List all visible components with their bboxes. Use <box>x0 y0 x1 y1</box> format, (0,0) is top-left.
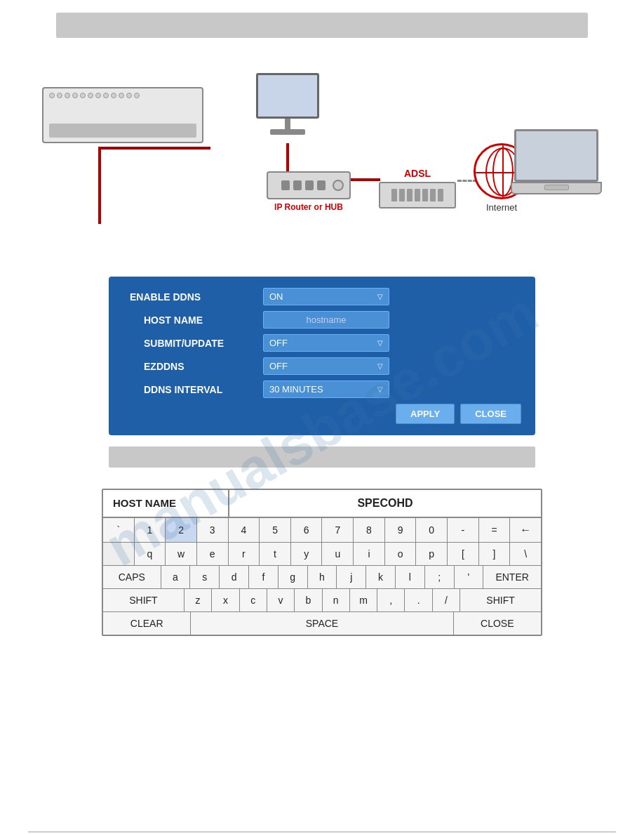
key-o[interactable]: o <box>385 543 417 565</box>
adsl-label: ADSL <box>379 168 456 179</box>
dvr-dot <box>49 93 55 98</box>
adsl-slot <box>391 189 397 201</box>
dropdown-arrow-icon: ▽ <box>377 339 383 347</box>
key-j[interactable]: j <box>337 566 366 588</box>
router-port <box>293 180 302 190</box>
key-caps[interactable]: CAPS <box>103 566 161 588</box>
adsl-modem: ADSL <box>379 168 456 208</box>
key-keyboard-close[interactable]: CLOSE <box>454 612 541 635</box>
key-b[interactable]: b <box>295 589 322 611</box>
submit-update-select[interactable]: OFF ▽ <box>263 334 389 352</box>
key-shift-left[interactable]: SHIFT <box>103 589 185 611</box>
ezddns-select[interactable]: OFF ▽ <box>263 357 389 375</box>
dropdown-arrow-icon: ▽ <box>377 385 383 393</box>
apply-button[interactable]: APPLY <box>396 404 455 424</box>
laptop-icon <box>511 129 602 194</box>
ddns-interval-control: 30 MINUTES ▽ <box>263 380 521 398</box>
key-6[interactable]: 6 <box>291 518 323 542</box>
key-z[interactable]: z <box>185 589 212 611</box>
dvr-top-row <box>49 93 196 98</box>
ddns-submit-row: SUBMIT/UPDATE OFF ▽ <box>123 334 521 352</box>
key-q[interactable]: q <box>135 543 166 565</box>
key-enter[interactable]: ENTER <box>483 566 541 588</box>
key-row-2: q w e r t y u i o p [ ] \ <box>103 543 541 566</box>
key-n[interactable]: n <box>323 589 350 611</box>
key-space[interactable]: SPACE <box>191 612 453 635</box>
key-backslash[interactable]: \ <box>510 543 541 565</box>
key-f[interactable]: f <box>249 566 279 588</box>
ddns-hostname-row: HOST NAME hostname <box>123 311 521 329</box>
enable-ddns-select[interactable]: ON ▽ <box>263 288 389 305</box>
key-row-4: SHIFT z x c v b n m , . / SHIFT <box>103 589 541 612</box>
host-name-control: hostname <box>263 311 521 329</box>
key-w[interactable]: w <box>166 543 197 565</box>
key-d[interactable]: d <box>220 566 249 588</box>
ezddns-control: OFF ▽ <box>263 357 521 375</box>
key-v[interactable]: v <box>267 589 295 611</box>
ddns-interval-select[interactable]: 30 MINUTES ▽ <box>263 380 389 398</box>
key-4[interactable]: 4 <box>229 518 260 542</box>
key-quote[interactable]: ' <box>455 566 484 588</box>
key-2[interactable]: 2 <box>166 518 197 542</box>
key-m[interactable]: m <box>350 589 377 611</box>
laptop-base <box>511 182 602 194</box>
key-y[interactable]: y <box>291 543 323 565</box>
dvr-dot <box>134 93 140 98</box>
hostname-value: SPECOHD <box>229 490 541 517</box>
key-minus[interactable]: - <box>448 518 479 542</box>
router-port <box>305 180 314 190</box>
ddns-interval-row: DDNS INTERVAL 30 MINUTES ▽ <box>123 380 521 398</box>
key-0[interactable]: 0 <box>416 518 448 542</box>
key-h[interactable]: h <box>308 566 337 588</box>
key-9[interactable]: 9 <box>385 518 417 542</box>
key-c[interactable]: c <box>240 589 267 611</box>
dvr-dot <box>119 93 124 98</box>
adsl-slot <box>399 189 405 201</box>
close-button[interactable]: CLOSE <box>460 404 521 424</box>
key-equals[interactable]: = <box>479 518 511 542</box>
key-r[interactable]: r <box>229 543 260 565</box>
key-x[interactable]: x <box>212 589 239 611</box>
key-open-bracket[interactable]: [ <box>448 543 479 565</box>
host-name-input[interactable]: hostname <box>263 311 389 329</box>
adsl-slot <box>438 189 443 201</box>
key-period[interactable]: . <box>405 589 432 611</box>
dvr-body <box>42 87 203 143</box>
key-semicolon[interactable]: ; <box>425 566 455 588</box>
key-7[interactable]: 7 <box>322 518 354 542</box>
key-tab-space <box>103 543 135 565</box>
adsl-slot <box>430 189 436 201</box>
dvr-dot <box>72 93 78 98</box>
key-g[interactable]: g <box>279 566 308 588</box>
key-5[interactable]: 5 <box>260 518 291 542</box>
key-e[interactable]: e <box>197 543 229 565</box>
key-p[interactable]: p <box>416 543 448 565</box>
key-s[interactable]: s <box>190 566 220 588</box>
ddns-enable-row: ENABLE DDNS ON ▽ <box>123 288 521 305</box>
ddns-buttons: APPLY CLOSE <box>123 404 521 424</box>
key-close-bracket[interactable]: ] <box>479 543 511 565</box>
laptop-screen <box>514 129 598 182</box>
ddns-ezddns-row: EZDDNS OFF ▽ <box>123 357 521 375</box>
hostname-label: HOST NAME <box>103 490 229 517</box>
key-backtick[interactable]: ` <box>103 518 135 542</box>
dvr-dot <box>88 93 93 98</box>
key-i[interactable]: i <box>354 543 385 565</box>
key-k[interactable]: k <box>366 566 396 588</box>
dvr-dot <box>95 93 101 98</box>
key-1[interactable]: 1 <box>135 518 166 542</box>
bottom-bar <box>109 446 535 468</box>
key-clear[interactable]: CLEAR <box>103 612 191 635</box>
key-8[interactable]: 8 <box>354 518 385 542</box>
key-3[interactable]: 3 <box>197 518 229 542</box>
key-backspace[interactable]: ← <box>510 518 541 542</box>
key-a[interactable]: a <box>161 566 191 588</box>
key-comma[interactable]: , <box>377 589 405 611</box>
key-u[interactable]: u <box>322 543 354 565</box>
key-shift-right[interactable]: SHIFT <box>460 589 541 611</box>
key-l[interactable]: l <box>396 566 425 588</box>
adsl-body <box>379 182 456 208</box>
key-slash[interactable]: / <box>433 589 460 611</box>
key-t[interactable]: t <box>260 543 291 565</box>
adsl-slot <box>415 189 420 201</box>
